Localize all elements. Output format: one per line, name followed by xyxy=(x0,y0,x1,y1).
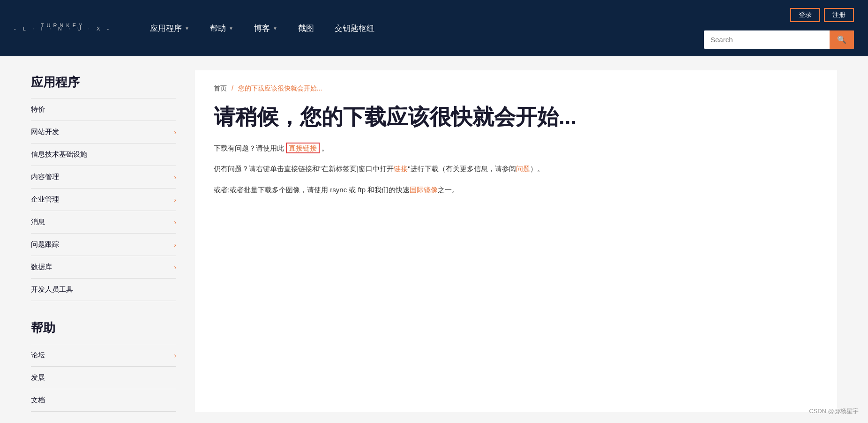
main-nav: 应用程序 ▼ 帮助 ▼ 博客 ▼ 截图 交钥匙枢纽 xyxy=(140,0,704,56)
search-icon: 🔍 xyxy=(837,35,846,44)
download-problem-suffix: 。 xyxy=(322,144,329,152)
breadcrumb-home[interactable]: 首页 xyxy=(214,84,227,92)
auth-buttons: 登录 注册 xyxy=(790,8,854,22)
right-click-end: ）。 xyxy=(530,165,544,173)
download-problem-text: 下载有问题？请使用此 直接链接 。 xyxy=(214,144,818,153)
logo-sub: - L · I · N · U · X - xyxy=(14,26,112,31)
right-click-message: 仍有问题？请右键单击直接链接和"在新标签页|窗口中打开链接"进行下载（有关更多信… xyxy=(214,162,818,175)
breadcrumb: 首页 / 您的下载应该很快就会开始... xyxy=(214,84,818,93)
batch-prefix: 或者;或者批量下载多个图像，请使用 rsync 或 ftp 和我们的快速 xyxy=(214,186,410,194)
batch-message: 或者;或者批量下载多个图像，请使用 rsync 或 ftp 和我们的快速国际镜像… xyxy=(214,183,818,196)
sidebar-item-development[interactable]: 发展 xyxy=(31,367,176,389)
chevron-down-icon: ▼ xyxy=(273,26,277,31)
sidebar-apps-menu: 特价 网站开发 › 信息技术基础设施 内容管理 › xyxy=(31,98,176,301)
sidebar-item-featured[interactable]: 特价 xyxy=(31,98,176,121)
mirror-link[interactable]: 国际镜像 xyxy=(410,186,438,194)
sidebar-item-database[interactable]: 数据库 › xyxy=(31,256,176,279)
search-box: 🔍 xyxy=(704,30,854,49)
nav-blog[interactable]: 博客 ▼ xyxy=(244,0,288,56)
header: TURNKEY - L · I · N · U · X - 应用程序 ▼ 帮助 … xyxy=(0,0,868,56)
header-right: 登录 注册 🔍 xyxy=(704,8,854,49)
nav-help[interactable]: 帮助 ▼ xyxy=(200,0,244,56)
chevron-down-icon: ▼ xyxy=(185,26,189,31)
arrow-icon: › xyxy=(174,196,176,204)
register-button[interactable]: 注册 xyxy=(824,8,854,22)
arrow-icon: › xyxy=(174,128,176,136)
link-text[interactable]: 链接 xyxy=(394,165,408,173)
chevron-down-icon: ▼ xyxy=(229,26,233,31)
arrow-icon: › xyxy=(174,174,176,181)
content-wrapper: 应用程序 特价 网站开发 › 信息技术基础设施 内容管理 xyxy=(12,56,856,423)
right-click-prefix: 仍有问题？请右键单击直接链接和"在新标签页|窗口中打开 xyxy=(214,165,394,173)
sidebar-item-forum[interactable]: 论坛 › xyxy=(31,344,176,367)
sidebar: 应用程序 特价 网站开发 › 信息技术基础设施 内容管理 xyxy=(31,70,176,412)
right-click-suffix: "进行下载（有关更多信息，请参阅 xyxy=(408,165,516,173)
sidebar-item-docs[interactable]: 文档 xyxy=(31,389,176,412)
login-button[interactable]: 登录 xyxy=(790,8,820,22)
sidebar-item-webdev[interactable]: 网站开发 › xyxy=(31,121,176,144)
sidebar-help-title: 帮助 xyxy=(31,320,176,336)
sidebar-item-enterprise[interactable]: 企业管理 › xyxy=(31,189,176,211)
arrow-icon: › xyxy=(174,352,176,359)
batch-suffix: 之一。 xyxy=(438,186,459,194)
sidebar-apps-title: 应用程序 xyxy=(31,74,176,91)
download-problem-prefix: 下载有问题？请使用此 xyxy=(214,144,284,152)
logo[interactable]: TURNKEY - L · I · N · U · X - xyxy=(14,25,112,31)
main-content: 首页 / 您的下载应该很快就会开始... 请稍候，您的下载应该很快就会开始...… xyxy=(195,70,837,412)
nav-hub[interactable]: 交钥匙枢纽 xyxy=(324,0,385,56)
nav-screenshots[interactable]: 截图 xyxy=(288,0,324,56)
direct-link[interactable]: 直接链接 xyxy=(286,143,320,153)
sidebar-item-messaging[interactable]: 消息 › xyxy=(31,211,176,234)
footer-watermark: CSDN @@杨星宇 xyxy=(809,407,859,415)
sidebar-item-bugtrack[interactable]: 问题跟踪 › xyxy=(31,234,176,256)
sidebar-item-cms[interactable]: 内容管理 › xyxy=(31,166,176,189)
breadcrumb-separator: / xyxy=(232,84,233,92)
issue-link[interactable]: 问题 xyxy=(516,165,530,173)
breadcrumb-current: 您的下载应该很快就会开始... xyxy=(238,84,322,92)
search-input[interactable] xyxy=(704,31,830,48)
arrow-icon: › xyxy=(174,264,176,271)
search-button[interactable]: 🔍 xyxy=(830,30,854,49)
sidebar-help-menu: 论坛 › 发展 文档 xyxy=(31,344,176,412)
sidebar-item-it[interactable]: 信息技术基础设施 xyxy=(31,144,176,166)
sidebar-item-devtools[interactable]: 开发人员工具 xyxy=(31,279,176,301)
nav-apps[interactable]: 应用程序 ▼ xyxy=(140,0,200,56)
page-title: 请稍候，您的下载应该很快就会开始... xyxy=(214,104,818,130)
arrow-icon: › xyxy=(174,241,176,249)
arrow-icon: › xyxy=(174,219,176,226)
